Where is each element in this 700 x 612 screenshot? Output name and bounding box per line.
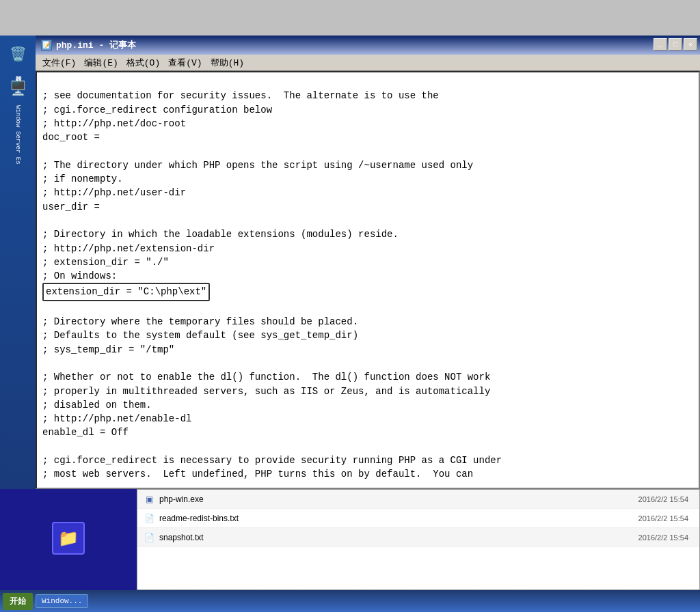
bottom-area: 📁 ▣ php-win.exe 2016/2/2 15:54 📄 readme-…: [0, 489, 700, 612]
file-item-php-win[interactable]: ▣ php-win.exe 2016/2/2 15:54: [137, 490, 699, 509]
file-name-php-win: php-win.exe: [159, 495, 638, 504]
file-date-readme: 2016/2/2 15:54: [638, 514, 688, 523]
left-icon-strip: 🗑️ 回收站 🖥️ Window Server Es: [0, 36, 36, 489]
recycle-bin-icon[interactable]: 🗑️: [5, 41, 31, 67]
line-2: ; cgi.force_redirect configuration below: [42, 105, 272, 115]
line-21: ; cgi.force_redirect is necessary to pro…: [42, 455, 502, 466]
line-1: ; see documentation for security issues.…: [42, 90, 439, 101]
file-list: ▣ php-win.exe 2016/2/2 15:54 📄 readme-re…: [137, 489, 700, 590]
file-sidebar: 📁: [0, 489, 137, 590]
line-4: doc_root =: [42, 132, 100, 143]
menu-edit[interactable]: 编辑(E): [80, 55, 122, 70]
line-11: ; extension_dir = "./": [42, 257, 169, 268]
window-icon-strip[interactable]: 🖥️: [5, 75, 31, 101]
txt-icon-2: 📄: [143, 531, 155, 544]
menu-view[interactable]: 查看(V): [164, 55, 206, 70]
txt-icon-1: 📄: [143, 512, 155, 525]
menu-file[interactable]: 文件(F): [38, 55, 80, 70]
editor-area[interactable]: ; see documentation for security issues.…: [36, 71, 700, 489]
line-3: ; http://php.net/doc-root: [42, 118, 186, 129]
menu-bar: 文件(F) 编辑(E) 格式(O) 查看(V) 帮助(H): [36, 55, 700, 71]
taskbar: 开始 Window...: [0, 590, 700, 612]
line-16: ; Whether or not to enable the dl() func…: [42, 372, 490, 382]
file-item-snapshot[interactable]: 📄 snapshot.txt 2016/2/2 15:54: [137, 528, 699, 547]
file-name-readme: readme-redist-bins.txt: [159, 514, 638, 523]
menu-help[interactable]: 帮助(H): [206, 55, 248, 70]
file-name-snapshot: snapshot.txt: [159, 533, 638, 542]
title-bar: 📝 php.ini - 记事本 _ □ ✕: [36, 36, 700, 55]
line-17: ; properly in multithreaded servers, suc…: [42, 386, 490, 397]
server-label: Server Es: [14, 131, 21, 165]
line-7: ; http://php.net/user-dir: [42, 187, 186, 198]
title-bar-icon: 📝: [41, 40, 52, 51]
taskbar-window-button[interactable]: Window...: [36, 594, 88, 608]
line-19: ; http://php.net/enable-dl: [42, 413, 191, 424]
line-22: ; most web servers. Left undefined, PHP …: [42, 469, 473, 479]
line-15: ; sys_temp_dir = "/tmp": [42, 344, 174, 355]
line-8: user_dir =: [42, 201, 100, 212]
minimize-button[interactable]: _: [654, 38, 667, 51]
folder-icon: 📁: [52, 522, 85, 555]
title-bar-buttons: _ □ ✕: [654, 38, 697, 51]
line-5: ; The directory under which PHP opens th…: [42, 160, 473, 171]
editor-content: ; see documentation for security issues.…: [37, 72, 699, 488]
maximize-button[interactable]: □: [669, 38, 682, 51]
start-button[interactable]: 开始: [3, 593, 33, 610]
line-20: enable_dl = Off: [42, 427, 129, 438]
file-date-snapshot: 2016/2/2 15:54: [638, 533, 688, 542]
exe-icon: ▣: [143, 493, 155, 505]
line-18: ; disabled on them.: [42, 400, 152, 411]
notepad-window: 📝 php.ini - 记事本 _ □ ✕ 文件(F) 编辑(E) 格式(O) …: [36, 36, 700, 489]
line-14: ; Defaults to the system default (see sy…: [42, 330, 358, 341]
line-9: ; Directory in which the loadable extens…: [42, 229, 399, 240]
close-button[interactable]: ✕: [684, 38, 697, 51]
window-label: Window: [14, 105, 21, 127]
line-10: ; http://php.net/extension-dir: [42, 243, 215, 254]
menu-format[interactable]: 格式(O): [122, 55, 164, 70]
line-13: ; Directory where the temporary files sh…: [42, 316, 358, 327]
file-item-readme[interactable]: 📄 readme-redist-bins.txt 2016/2/2 15:54: [137, 509, 699, 528]
line-12: ; On windows:: [42, 270, 117, 281]
line-6: ; if nonempty.: [42, 173, 123, 184]
highlighted-extension-dir: extension_dir = "C:\php\ext": [42, 283, 210, 301]
file-date-php-win: 2016/2/2 15:54: [638, 495, 688, 503]
window-title: php.ini - 记事本: [56, 39, 136, 51]
